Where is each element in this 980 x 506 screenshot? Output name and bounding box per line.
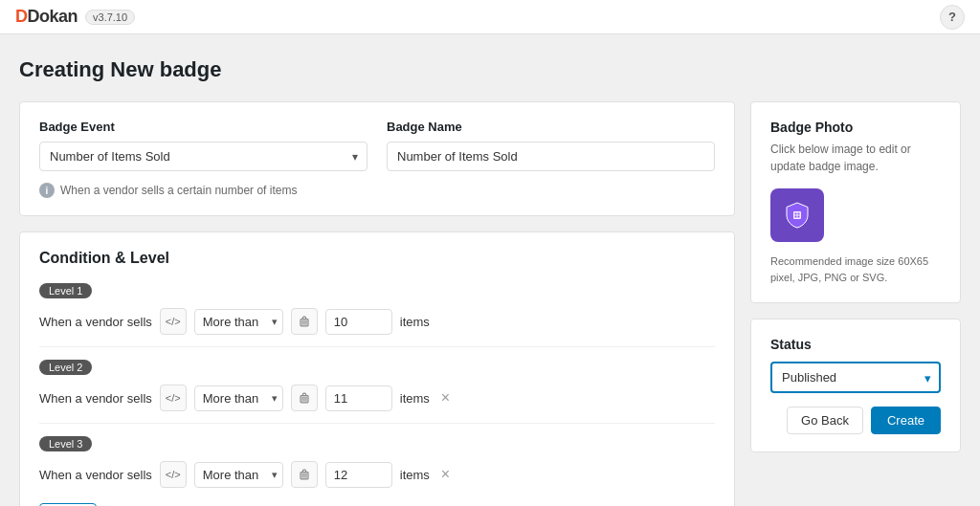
number-input-1[interactable] <box>325 309 392 335</box>
remove-level-2-button[interactable]: × <box>437 388 454 407</box>
condition-row-3: When a vendor sells </> More than Less t… <box>39 461 715 488</box>
badge-name-input[interactable] <box>387 142 715 171</box>
when-vendor-sells-3: When a vendor sells <box>39 468 152 482</box>
level-3-badge: Level 3 <box>39 436 92 451</box>
svg-rect-16 <box>798 216 800 218</box>
items-label-1: items <box>400 315 430 329</box>
status-select-wrapper: Published Draft ▾ <box>770 362 941 393</box>
badge-photo-card: Badge Photo Click below image to edit or… <box>750 101 961 303</box>
condition-select-wrap-2: More than Less than Equal to ▾ <box>194 385 283 411</box>
badge-photo-recommended: Recommended image size 60X65 pixel, JPG,… <box>770 253 941 285</box>
right-column: Badge Photo Click below image to edit or… <box>750 101 961 452</box>
badge-name-label: Badge Name <box>387 120 715 134</box>
svg-rect-12 <box>793 211 801 219</box>
condition-row-1: When a vendor sells </> More than Less t… <box>39 308 715 335</box>
help-button[interactable]: ? <box>940 5 965 30</box>
badge-icon-button[interactable] <box>770 188 824 242</box>
action-buttons: Go Back Create <box>770 407 941 434</box>
number-input-2[interactable] <box>325 385 392 411</box>
items-label-2: items <box>400 391 430 406</box>
code-btn-2[interactable]: </> <box>160 385 187 411</box>
when-vendor-sells-2: When a vendor sells <box>39 391 152 406</box>
level-1-badge: Level 1 <box>39 283 92 298</box>
badge-event-card: Badge Event Number of Items Sold Number … <box>19 101 735 216</box>
svg-rect-13 <box>795 213 797 215</box>
level-2-badge: Level 2 <box>39 360 92 375</box>
topbar: DDokan v3.7.10 ? <box>0 0 980 34</box>
hint-text: When a vendor sells a certain number of … <box>60 184 297 197</box>
condition-select-3[interactable]: More than Less than Equal to <box>194 462 283 488</box>
svg-rect-15 <box>795 216 797 218</box>
badge-name-group: Badge Name <box>387 120 715 171</box>
code-btn-3[interactable]: </> <box>160 461 187 488</box>
remove-level-3-button[interactable]: × <box>437 465 454 484</box>
status-card: Status Published Draft ▾ Go Back Create <box>750 319 961 452</box>
badge-event-select[interactable]: Number of Items Sold Number of Orders To… <box>39 142 368 171</box>
when-vendor-sells-1: When a vendor sells <box>39 315 152 329</box>
condition-select-2[interactable]: More than Less than Equal to <box>194 385 283 411</box>
logo-text: Dokan <box>28 7 78 26</box>
items-label-3: items <box>400 468 430 482</box>
status-title: Status <box>770 337 941 352</box>
info-icon: i <box>39 183 55 198</box>
badge-event-group: Badge Event Number of Items Sold Number … <box>39 120 368 171</box>
condition-section-title: Condition & Level <box>39 250 715 267</box>
bucket-icon-1[interactable] <box>291 308 318 335</box>
left-column: Badge Event Number of Items Sold Number … <box>19 101 735 506</box>
badge-event-select-wrapper: Number of Items Sold Number of Orders To… <box>39 142 368 171</box>
badge-fields: Badge Event Number of Items Sold Number … <box>39 120 715 171</box>
badge-event-label: Badge Event <box>39 120 368 134</box>
condition-level-card: Condition & Level Level 1 When a vendor … <box>19 231 735 506</box>
condition-select-wrap-1: More than Less than Equal to ▾ <box>194 309 283 335</box>
page-content: Creating New badge Badge Event Number of… <box>0 34 980 506</box>
condition-row-2: When a vendor sells </> More than Less t… <box>39 385 715 411</box>
version-badge: v3.7.10 <box>85 10 135 25</box>
number-input-3[interactable] <box>325 462 392 488</box>
go-back-button[interactable]: Go Back <box>787 407 863 434</box>
badge-photo-title: Badge Photo <box>770 120 941 135</box>
code-btn-1[interactable]: </> <box>160 308 187 335</box>
main-layout: Badge Event Number of Items Sold Number … <box>19 101 961 506</box>
hint-row: i When a vendor sells a certain number o… <box>39 183 715 198</box>
create-button[interactable]: Create <box>871 407 941 434</box>
bucket-icon-3[interactable] <box>291 461 318 488</box>
condition-select-wrap-3: More than Less than Equal to ▾ <box>194 462 283 488</box>
badge-photo-hint: Click below image to edit or update badg… <box>770 141 941 175</box>
bucket-icon-2[interactable] <box>291 385 318 411</box>
logo: DDokan <box>15 7 78 27</box>
status-select[interactable]: Published Draft <box>770 362 941 393</box>
page-title: Creating New badge <box>19 57 961 82</box>
condition-select-1[interactable]: More than Less than Equal to <box>194 309 283 335</box>
svg-rect-14 <box>798 213 800 215</box>
